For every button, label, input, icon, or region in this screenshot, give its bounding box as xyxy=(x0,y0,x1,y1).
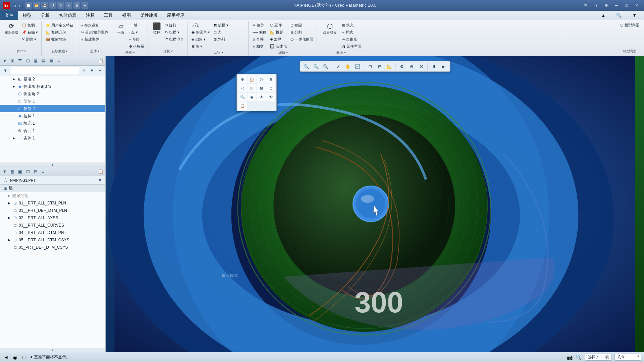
panel-grid1-icon[interactable]: ⊡ xyxy=(24,58,31,64)
ribbon-btn-split[interactable]: ⊟ 分割 xyxy=(289,29,315,36)
mini-tb-eye[interactable]: 👁 xyxy=(266,93,275,101)
menu-item-file[interactable]: 文件 xyxy=(0,11,18,20)
ribbon-btn-draft[interactable]: ◩ 拔模 ▾ xyxy=(212,22,230,28)
named-view-btn[interactable]: ⊡ xyxy=(366,62,374,70)
mini-tb-back[interactable]: ◁ xyxy=(238,84,247,92)
menu-item-annotation[interactable]: 注释 xyxy=(81,11,99,20)
ribbon-btn-hole[interactable]: ○ 孔 xyxy=(190,22,211,28)
layer-scroll-down[interactable]: ▼ xyxy=(0,348,105,352)
status-view-icon[interactable]: 🔍 xyxy=(575,354,582,361)
tree-item-fillet2[interactable]: ⬡ 倒圆角 2 xyxy=(0,90,105,98)
panel-more-icon[interactable]: » xyxy=(55,58,62,64)
panel-bottom-more[interactable]: » xyxy=(40,168,47,175)
menu-item-apps[interactable]: 应用程序 xyxy=(162,11,189,20)
xsection-btn[interactable]: ✕ xyxy=(417,62,426,70)
ribbon-btn-paste[interactable]: 📌 粘贴 ▾ xyxy=(20,29,39,36)
copy-icon[interactable]: ⊞ xyxy=(73,2,80,9)
menu-expand-up[interactable]: ▲ xyxy=(596,11,610,19)
layer-05def-csys[interactable]: □ 05_PRT_DEF_DTM_CSYS xyxy=(0,244,105,251)
layer-hidden[interactable]: ▶ 隐藏的项 xyxy=(0,192,105,199)
ribbon-btn-udf[interactable]: ⭐ 用户定义特征 xyxy=(44,22,75,28)
ribbon-btn-boundary[interactable]: ⬡ 边界混合 xyxy=(320,22,340,36)
scroll-down-btn[interactable]: ▼ xyxy=(0,163,105,167)
tree-item-copy2[interactable]: □ 复制 2 xyxy=(0,105,105,112)
ribbon-btn-compinterface[interactable]: ◑ 元件界面 xyxy=(341,43,363,50)
mini-tb-settings[interactable]: ⚙ xyxy=(238,75,247,83)
prt-dropdown[interactable]: ▼ xyxy=(97,177,103,184)
ribbon-btn-revolve[interactable]: ↻ 旋转 xyxy=(164,22,185,28)
more-icon[interactable]: ▼ xyxy=(82,2,88,9)
layer-02axes[interactable]: ▶ ⊞ 02__PRT_ALL_AXES xyxy=(0,214,105,222)
panel-clipboard-icon[interactable]: 📋 xyxy=(97,58,104,64)
search-options-icon[interactable]: ▼ xyxy=(89,67,95,74)
mini-tb-zoom[interactable]: 🔍 xyxy=(238,93,247,101)
search-add-icon[interactable]: + xyxy=(97,67,103,74)
layer-05csys[interactable]: ▶ ⊞ 05__PRT_ALL_DTM_CSYS xyxy=(0,236,105,244)
settings-btn[interactable]: ⚙ xyxy=(602,2,611,9)
zoom-out-btn[interactable]: 🔍 xyxy=(321,62,330,70)
panel-bottom-icon4[interactable]: ⊟ xyxy=(32,168,39,175)
panel-bottom-clipboard[interactable]: 📋 xyxy=(97,168,104,175)
appearance-btn[interactable]: ⊕ xyxy=(407,62,416,70)
ribbon-btn-shell[interactable]: ◻ 壳 xyxy=(212,29,230,36)
ribbon-btn-sweep[interactable]: ⟳ 扫描 ▾ xyxy=(164,29,185,36)
ribbon-btn-boolean[interactable]: ÷ 布尔运算 xyxy=(80,22,110,28)
menu-search[interactable]: 🔍 xyxy=(611,11,626,19)
ribbon-btn-offset[interactable]: ⟶ 偏移 xyxy=(251,29,268,36)
status-icon-settings[interactable]: □ xyxy=(20,354,28,361)
ribbon-btn-regen[interactable]: ⟳ 重新生成 xyxy=(3,22,19,36)
ribbon-btn-chamfer[interactable]: ◈ 倒角 ▾ xyxy=(190,36,211,43)
save-icon[interactable]: 💾 xyxy=(41,2,48,9)
tree-item-merge1[interactable]: ⊕ 合并 1 xyxy=(0,127,105,134)
help-btn[interactable]: ? xyxy=(592,2,601,9)
tree-item-copy1[interactable]: □ 复制 1 xyxy=(0,98,105,105)
search-btn[interactable]: 🔍 xyxy=(582,2,591,9)
mini-tb-grid[interactable]: ⊞ xyxy=(266,75,275,83)
ribbon-btn-fill[interactable]: ⊞ 填充 xyxy=(341,22,363,28)
pause-btn[interactable]: ⏸ xyxy=(429,62,438,70)
status-icon-model[interactable]: ◉ xyxy=(11,354,19,361)
menu-item-simulation[interactable]: 实时仿真 xyxy=(54,11,81,20)
ribbon-btn-axis[interactable]: — 轴 xyxy=(128,22,146,28)
zoom-in-btn[interactable]: 🔍 xyxy=(312,62,320,70)
menu-item-analysis[interactable]: 分析 xyxy=(36,11,54,20)
new-icon[interactable]: 📄 xyxy=(25,2,32,9)
mini-tb-hide2[interactable]: 👁 xyxy=(257,93,266,101)
ribbon-btn-newbody[interactable]: + 新建主体 xyxy=(80,36,110,43)
maximize-btn[interactable]: □ xyxy=(622,2,631,9)
zoom-fit-btn[interactable]: 🔍 xyxy=(302,62,311,70)
layer-04pnt[interactable]: □ 04__PRT_ALL_DTM_PNT xyxy=(0,229,105,236)
mini-tb-hide1[interactable]: ◉ xyxy=(248,93,256,101)
ribbon-btn-style[interactable]: ~ 样式 xyxy=(341,29,363,36)
panel-list-icon[interactable]: ☰ xyxy=(17,58,23,64)
mini-tb-check[interactable]: ⊠ xyxy=(257,84,266,92)
undo-icon[interactable]: ↺ xyxy=(49,2,56,9)
mini-tb-box[interactable]: ⊡ xyxy=(266,84,275,92)
ribbon-btn-extrude[interactable]: ⬛ 拉伸 xyxy=(151,22,163,36)
ribbon-btn-merge[interactable]: ∪ 合并 xyxy=(251,36,268,43)
panel-sort-icon[interactable]: ⊠ xyxy=(48,58,54,64)
tree-item-solid1[interactable]: ▶ ~ 实体 1 xyxy=(0,134,105,142)
ribbon-btn-remove[interactable]: ⊡ 移除 xyxy=(289,22,315,28)
tree-item-fill1[interactable]: ▧ 填充 1 xyxy=(0,120,105,127)
mini-tb-list[interactable]: 📋 xyxy=(238,102,247,110)
redo-icon[interactable]: ↻ xyxy=(57,2,64,9)
ribbon-btn-project[interactable]: 📐 投影 xyxy=(269,29,288,36)
tree-item-extrude372[interactable]: ▶ ◆ 伸出项 标识372 xyxy=(0,83,105,90)
ribbon-btn-fillet[interactable]: ◉ 倒圆角 ▾ xyxy=(190,29,211,36)
ribbon-btn-divide[interactable]: ✂ 分割/修剪主体 xyxy=(80,29,110,36)
panel-bottom-icon2[interactable]: ▣ xyxy=(17,168,23,175)
ribbon-btn-intersect[interactable]: ∩ 相交 xyxy=(251,43,268,50)
search-clear-icon[interactable]: ✕ xyxy=(80,67,87,74)
ribbon-btn-point[interactable]: · 点 ▾ xyxy=(128,29,146,36)
layer-03curves[interactable]: □ 03__PRT_ALL_CURVES xyxy=(0,222,105,229)
ribbon-btn-plane[interactable]: ▱ 平面 xyxy=(115,22,127,36)
panel-bottom-icon3[interactable]: ⊡ xyxy=(24,168,31,175)
mini-tb-surface[interactable]: ⬡ xyxy=(257,75,266,83)
menu-item-tools[interactable]: 工具 xyxy=(99,11,117,20)
ribbon-btn-modelintent1[interactable]: ⬡ 模型意图 xyxy=(619,22,641,28)
menu-item-view[interactable]: 视图 xyxy=(117,11,136,20)
ribbon-btn-unify[interactable]: ⬡ 一体化曲面 xyxy=(289,36,315,43)
minimize-btn[interactable]: ─ xyxy=(612,2,621,9)
ribbon-btn-blend[interactable]: ⟲ 扫描混合 xyxy=(164,36,185,43)
